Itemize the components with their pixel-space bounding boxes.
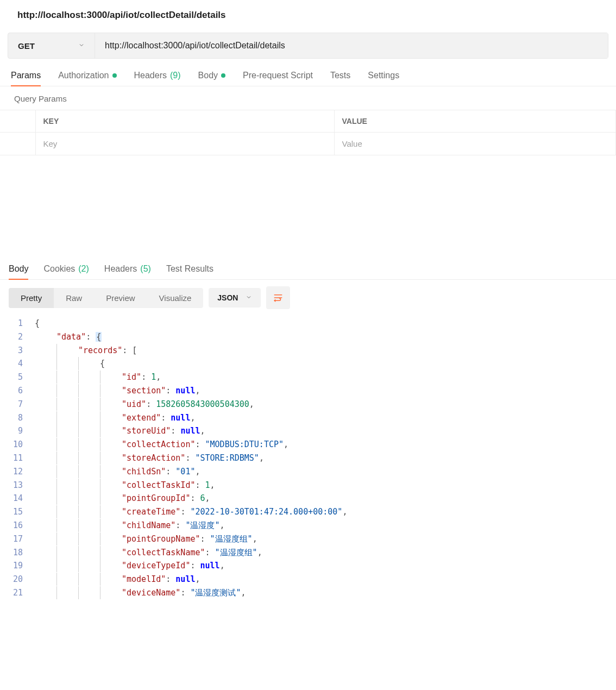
params-key-header: KEY — [35, 110, 334, 133]
tab-label: Tests — [330, 71, 350, 80]
response-tabs: BodyCookies (2)Headers (5)Test Results — [0, 259, 616, 280]
line-number: 5 — [10, 371, 23, 384]
code-line: "records": [ — [35, 344, 616, 357]
format-select[interactable]: JSON — [209, 288, 261, 308]
chevron-down-icon — [246, 294, 252, 302]
tab-tests[interactable]: Tests — [330, 71, 350, 86]
line-number: 9 — [10, 424, 23, 438]
wrap-lines-button[interactable] — [266, 286, 290, 309]
method-label: GET — [18, 41, 35, 51]
code-line: { — [35, 317, 616, 330]
tab-pre-request-script[interactable]: Pre-request Script — [243, 71, 313, 86]
response-tab-headers[interactable]: Headers (5) — [104, 264, 151, 279]
response-tab-cookies[interactable]: Cookies (2) — [43, 264, 89, 279]
view-mode-pretty[interactable]: Pretty — [9, 288, 54, 308]
request-title: http://localhost:3000/api/iot/collectDet… — [0, 0, 616, 26]
tab-params[interactable]: Params — [11, 71, 41, 86]
params-row-handle[interactable] — [0, 133, 35, 155]
line-number: 6 — [10, 384, 23, 398]
tab-label: Pre-request Script — [243, 71, 313, 80]
line-number: 7 — [10, 398, 23, 411]
tab-body[interactable]: Body — [198, 71, 225, 86]
code-line: "uid": 1582605843000504300, — [35, 398, 616, 411]
response-body-viewer[interactable]: 123456789101112131415161718192021 {"data… — [0, 316, 616, 600]
query-params-heading: Query Params — [0, 86, 616, 110]
line-number: 11 — [10, 451, 23, 465]
code-line: "deviceTypeId": null, — [35, 559, 616, 573]
tab-count: (9) — [170, 71, 181, 80]
response-tab-body[interactable]: Body — [9, 264, 28, 279]
tab-label: Test Results — [166, 264, 213, 274]
chevron-down-icon — [78, 42, 85, 50]
line-number: 8 — [10, 411, 23, 425]
tab-settings[interactable]: Settings — [368, 71, 399, 86]
code-line: "createTime": "2022-10-30T01:47:24.000+0… — [35, 505, 616, 519]
code-line: "childName": "温湿度", — [35, 519, 616, 532]
status-dot-icon — [112, 73, 117, 78]
tab-label: Params — [11, 71, 41, 80]
status-dot-icon — [221, 73, 225, 78]
code-line: "pointGroupName": "温湿度组", — [35, 532, 616, 546]
tab-headers[interactable]: Headers (9) — [134, 71, 181, 86]
code-content: {"data": {"records": [{"id": 1,"section"… — [35, 317, 616, 600]
format-label: JSON — [217, 293, 238, 302]
code-line: "collectTaskId": 1, — [35, 479, 616, 492]
param-value-input[interactable] — [342, 139, 608, 148]
line-number: 15 — [10, 505, 23, 519]
view-mode-group: PrettyRawPreviewVisualize — [9, 288, 203, 308]
tab-label: Body — [9, 264, 28, 274]
line-number: 21 — [10, 586, 23, 600]
params-handle-header — [0, 110, 35, 133]
method-select[interactable]: GET — [8, 33, 95, 58]
line-number: 16 — [10, 519, 23, 532]
code-line: "id": 1, — [35, 371, 616, 384]
code-line: "section": null, — [35, 384, 616, 398]
code-line: "collectAction": "MODBUS:DTU:TCP", — [35, 438, 616, 451]
line-number: 3 — [10, 344, 23, 357]
tab-count: (5) — [140, 264, 151, 274]
code-line: "deviceName": "温湿度测试", — [35, 586, 616, 600]
code-line: { — [35, 357, 616, 371]
response-toolbar: PrettyRawPreviewVisualize JSON — [0, 280, 616, 316]
params-table: KEY VALUE — [0, 110, 616, 155]
tab-label: Settings — [368, 71, 399, 80]
line-number: 1 — [10, 317, 23, 330]
line-number: 13 — [10, 479, 23, 492]
params-value-header: VALUE — [334, 110, 616, 133]
tab-authorization[interactable]: Authorization — [58, 71, 116, 86]
wrap-icon — [273, 293, 284, 303]
request-bar: GET — [8, 33, 608, 59]
line-number: 14 — [10, 492, 23, 505]
code-line: "storeAction": "STORE:RDBMS", — [35, 451, 616, 465]
line-number: 4 — [10, 357, 23, 371]
line-number: 2 — [10, 330, 23, 344]
tab-label: Headers — [134, 71, 167, 80]
code-line: "childSn": "01", — [35, 465, 616, 479]
code-line: "data": { — [35, 330, 616, 344]
response-tab-test-results[interactable]: Test Results — [166, 264, 213, 279]
tab-label: Headers — [104, 264, 137, 274]
param-key-input[interactable] — [43, 139, 326, 148]
code-line: "pointGroupId": 6, — [35, 492, 616, 505]
request-tabs: ParamsAuthorizationHeaders (9)BodyPre-re… — [0, 59, 616, 86]
code-line: "extend": null, — [35, 411, 616, 425]
view-mode-visualize[interactable]: Visualize — [147, 288, 204, 308]
view-mode-preview[interactable]: Preview — [94, 288, 147, 308]
code-line: "storeUid": null, — [35, 424, 616, 438]
line-number-gutter: 123456789101112131415161718192021 — [10, 317, 35, 600]
code-line: "collectTaskName": "温湿度组", — [35, 546, 616, 560]
line-number: 12 — [10, 465, 23, 479]
tab-label: Authorization — [58, 71, 109, 80]
code-line: "modelId": null, — [35, 573, 616, 586]
tab-label: Body — [198, 71, 218, 80]
line-number: 19 — [10, 559, 23, 573]
tab-label: Cookies — [43, 264, 75, 274]
line-number: 10 — [10, 438, 23, 451]
line-number: 18 — [10, 546, 23, 560]
view-mode-raw[interactable]: Raw — [54, 288, 94, 308]
tab-count: (2) — [78, 264, 89, 274]
url-input[interactable] — [95, 33, 608, 58]
line-number: 17 — [10, 532, 23, 546]
line-number: 20 — [10, 573, 23, 586]
params-row — [0, 133, 616, 155]
